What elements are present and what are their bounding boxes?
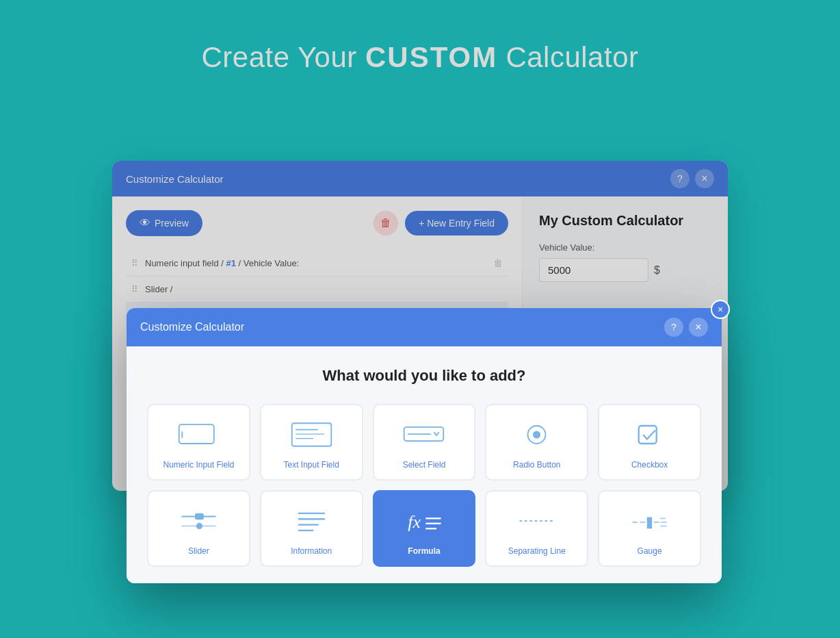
- field-type-formula[interactable]: fx Formula: [373, 490, 476, 567]
- field-type-checkbox[interactable]: Checkbox: [598, 404, 701, 481]
- gauge-label: Gauge: [638, 546, 662, 556]
- text-icon: [287, 418, 335, 452]
- separating-icon: [513, 504, 561, 538]
- field-type-select[interactable]: Select Field: [373, 404, 476, 481]
- field-type-separating[interactable]: Separating Line: [485, 490, 588, 567]
- svg-rect-0: [179, 424, 214, 444]
- modal-body: What would you like to add? Numeric Inpu…: [127, 346, 722, 583]
- info-label: Information: [291, 546, 332, 556]
- text-label: Text Input Field: [284, 460, 339, 470]
- svg-rect-1: [181, 431, 183, 437]
- field-type-numeric[interactable]: Numeric Input Field: [147, 404, 250, 481]
- numeric-icon: [174, 418, 222, 452]
- field-type-gauge[interactable]: Gauge: [598, 490, 701, 567]
- checkbox-label: Checkbox: [631, 460, 668, 470]
- slider-label: Slider: [188, 546, 209, 556]
- floating-close-button[interactable]: ×: [711, 300, 730, 319]
- select-label: Select Field: [403, 460, 446, 470]
- separating-label: Separating Line: [508, 546, 566, 556]
- formula-icon: fx: [400, 504, 448, 538]
- modal-titlebar: Customize Calculator ? ×: [127, 308, 722, 346]
- modal-close-button[interactable]: ×: [689, 318, 708, 337]
- svg-rect-2: [291, 423, 331, 446]
- radio-icon: [513, 418, 561, 452]
- svg-rect-32: [647, 517, 652, 528]
- add-field-modal: × Customize Calculator ? × What would yo…: [127, 308, 722, 583]
- checkbox-icon: [626, 418, 674, 452]
- field-type-text[interactable]: Text Input Field: [260, 404, 363, 481]
- modal-help-button[interactable]: ?: [664, 318, 683, 337]
- slider-icon: [174, 504, 222, 538]
- field-type-information[interactable]: Information: [260, 490, 363, 567]
- numeric-label: Numeric Input Field: [163, 460, 234, 470]
- modal-title: Customize Calculator: [140, 321, 244, 333]
- field-type-slider[interactable]: Slider: [147, 490, 250, 567]
- svg-point-14: [196, 523, 202, 529]
- svg-point-9: [533, 431, 540, 438]
- field-type-radio[interactable]: Radio Button: [485, 404, 588, 481]
- info-icon: [287, 504, 335, 538]
- field-type-grid: Numeric Input Field Text Input Field: [147, 404, 701, 567]
- svg-rect-10: [639, 426, 657, 444]
- modal-question: What would you like to add?: [147, 367, 701, 385]
- svg-text:fx: fx: [408, 512, 421, 532]
- gauge-icon: [626, 504, 674, 538]
- radio-label: Radio Button: [513, 460, 560, 470]
- select-icon: [400, 418, 448, 452]
- formula-label: Formula: [408, 546, 440, 556]
